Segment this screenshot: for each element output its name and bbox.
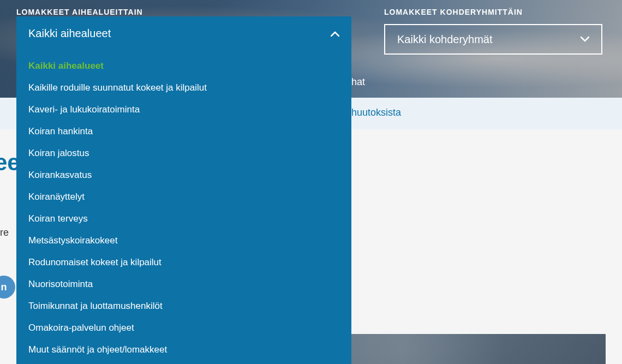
dropdown-item[interactable]: Muut säännöt ja ohjeet/lomakkeet — [28, 339, 339, 361]
dropdown-item[interactable]: Omakoira-palvelun ohjeet — [28, 317, 339, 339]
audience-selected-value: Kaikki kohderyhmät — [397, 33, 493, 46]
topic-dropdown-header[interactable]: Kaikki aihealueet — [16, 16, 351, 50]
dropdown-item[interactable]: Koiran terveys — [28, 208, 339, 230]
dropdown-item[interactable]: Koiranäyttelyt — [28, 186, 339, 208]
social-icon-label: n — [1, 282, 7, 293]
topic-dropdown-panel: Kaikki aihealueet Kaikki aihealueet Kaik… — [16, 16, 351, 364]
filter-topic-label: LOMAKKEET AIHEALUEITTAIN — [16, 8, 351, 16]
filter-audience-label: LOMAKKEET KOHDERYHMITTÄIN — [384, 8, 602, 16]
chevron-down-icon — [581, 35, 589, 44]
topic-dropdown-list: Kaikki aihealueet Kaikille roduille suun… — [16, 50, 351, 364]
dropdown-item[interactable]: Metsästyskoirakokeet — [28, 230, 339, 252]
dropdown-item[interactable]: Kaveri- ja lukukoiratoiminta — [28, 99, 339, 121]
dropdown-item[interactable]: Kaikki aihealueet — [28, 55, 339, 77]
partial-text-hat: hat — [351, 76, 365, 88]
page-text-fragment: ere — [0, 227, 9, 238]
dropdown-item[interactable]: Kaikille roduille suunnatut kokeet ja ki… — [28, 77, 339, 99]
audience-select[interactable]: Kaikki kohderyhmät — [384, 24, 602, 55]
dropdown-item[interactable]: Koiran hankinta — [28, 121, 339, 142]
dropdown-item[interactable]: Koiran jalostus — [28, 142, 339, 164]
partial-link-fragment[interactable]: huutoksista — [351, 107, 401, 118]
dropdown-item[interactable]: Koirankasvatus — [28, 164, 339, 186]
topic-selected-value: Kaikki aihealueet — [28, 27, 111, 40]
dropdown-item[interactable]: Rodunomaiset kokeet ja kilpailut — [28, 252, 339, 273]
dropdown-item[interactable]: Toimikunnat ja luottamushenkilöt — [28, 295, 339, 317]
filter-block-audience: LOMAKKEET KOHDERYHMITTÄIN Kaikki kohdery… — [384, 8, 602, 55]
chevron-up-icon — [331, 29, 339, 38]
social-share-button[interactable]: n — [0, 276, 15, 299]
dropdown-item[interactable]: Nuorisotoiminta — [28, 273, 339, 295]
footer-card[interactable] — [316, 334, 606, 364]
